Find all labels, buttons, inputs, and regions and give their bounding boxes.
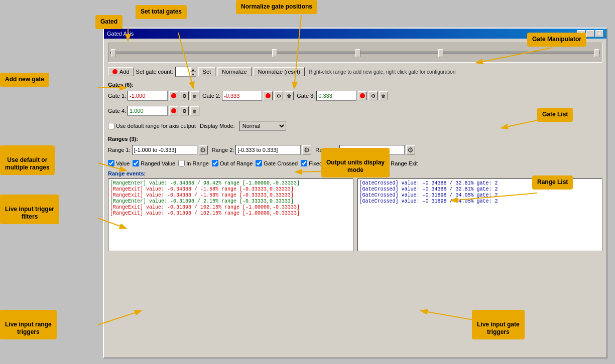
filter-out-of-range-checkbox[interactable] — [212, 160, 218, 166]
callout-output-units: Output units display mode — [321, 148, 390, 177]
range-2-input[interactable] — [235, 145, 301, 155]
gate-1-label: Gate 1: — [108, 93, 126, 99]
close-btn[interactable]: ✕ — [595, 30, 603, 37]
filter-ranged-value-text: Ranged Value — [141, 160, 175, 166]
gate-2-delete-btn[interactable]: 🗑 — [285, 91, 294, 100]
gate-3-settings-btn[interactable]: ⚙ — [368, 91, 378, 100]
gate-3-red-btn[interactable] — [358, 91, 367, 100]
gate-event-4: [GateCrossed] value: -0.31898 / 34.05% g… — [359, 199, 601, 204]
filter-value-text: Value — [116, 160, 130, 166]
callout-set-total-text: Set total gates — [141, 8, 182, 15]
range-3-add-btn[interactable]: ⚙ — [406, 145, 415, 154]
callout-output-units-text: Output units display mode — [326, 159, 385, 174]
range-event-3: [RangeExit] value: -0.34388 / -1.58% ran… — [110, 193, 351, 198]
callout-live-filters: Live input trigger filters — [0, 195, 59, 224]
callout-live-range-text: Live input range triggers — [5, 321, 52, 336]
use-default-range-checkbox[interactable] — [108, 123, 114, 129]
ranges-section-label: Ranges (3): — [108, 136, 602, 142]
gate-1-red-btn[interactable] — [169, 91, 178, 100]
normalize-reset-label: Normalize (reset) — [258, 69, 300, 75]
filter-in-range-text: In Range — [186, 160, 209, 166]
gate-4-input[interactable] — [128, 106, 168, 116]
gates-grid-2: Gate 4: ⚙ 🗑 — [108, 106, 602, 116]
filter-ranged-value[interactable]: Ranged Value — [133, 160, 175, 166]
filter-fixed-value-checkbox[interactable] — [301, 160, 307, 166]
callout-gate-list-text: Gate List — [542, 111, 568, 118]
toolbar-row: Add Set gate count: 6 ▲ ▼ Set Normalize … — [108, 67, 602, 77]
display-mode-label: Display Mode: — [200, 123, 235, 129]
gate-4-label: Gate 4: — [108, 108, 126, 114]
gate-3-red-icon — [360, 93, 365, 98]
filter-out-of-range[interactable]: Out of Range — [212, 160, 253, 166]
gate-3-delete-btn[interactable]: 🗑 — [379, 91, 388, 100]
filter-value[interactable]: Value — [108, 160, 130, 166]
gate-1-delete-btn[interactable]: 🗑 — [190, 91, 199, 100]
gate-2-label: Gate 2: — [202, 93, 220, 99]
add-button[interactable]: Add — [108, 67, 134, 76]
range-events-label: Range events: — [108, 170, 353, 176]
range-2-add-btn[interactable]: ⚙ — [302, 145, 311, 154]
range-item-1: Range 1: ⚙ — [108, 145, 208, 155]
gates-grid: Gate 1: ⚙ 🗑 Gate 2: ⚙ 🗑 Gate 3: ⚙ 🗑 — [108, 91, 602, 101]
slider-thumb-1[interactable] — [111, 49, 116, 57]
slider-thumb-5[interactable] — [594, 49, 599, 57]
gate-count-spinbox[interactable]: 6 ▲ ▼ — [175, 67, 196, 77]
gate-item-3: Gate 3: ⚙ 🗑 — [297, 91, 388, 101]
gate-3-label: Gate 3: — [297, 93, 315, 99]
callout-gate-list: Gate List — [537, 108, 573, 122]
add-label: Add — [119, 69, 130, 75]
range-event-1: [RangeEnter] value: -0.34388 / 98.42% ra… — [110, 180, 351, 186]
filter-ranged-value-checkbox[interactable] — [133, 160, 139, 166]
callout-normalize: Normalize gate positions — [236, 0, 317, 14]
gate-3-input[interactable] — [316, 91, 356, 101]
gate-events-list[interactable]: [GateCrossed] value: -0.34388 / 32.81% g… — [357, 178, 603, 251]
gates-section-label: Gates (6): — [108, 82, 602, 88]
normalize-label: Normalize — [222, 69, 247, 75]
filter-in-range-checkbox[interactable] — [178, 160, 185, 166]
filter-value-checkbox[interactable] — [108, 160, 114, 166]
range-events-list[interactable]: [RangeEnter] value: -0.34388 / 98.42% ra… — [108, 178, 353, 251]
gate-event-3: [GateCrossed] value: -0.31898 / 34.05% g… — [359, 193, 601, 198]
gate-count-input[interactable]: 6 — [175, 67, 190, 77]
display-mode-select[interactable]: Normal Out of Range Gate Crossed Gated — [239, 121, 286, 131]
slider-thumb-3[interactable] — [355, 49, 360, 57]
gate-slider-track[interactable] — [110, 52, 600, 54]
filter-gate-crossed[interactable]: Gate Crossed — [256, 160, 298, 166]
slider-thumb-4[interactable] — [438, 49, 443, 57]
use-default-range-text: Use default range for axis output — [116, 123, 196, 129]
slider-thumb-2[interactable] — [272, 49, 277, 57]
gate-1-input[interactable] — [128, 91, 168, 101]
filter-gate-crossed-text: Gate Crossed — [264, 160, 298, 166]
range-item-2: Range 2: ⚙ — [212, 145, 312, 155]
set-button[interactable]: Set — [198, 67, 216, 76]
range-1-label: Range 1: — [108, 147, 131, 153]
gate-item-1: Gate 1: ⚙ 🗑 — [108, 91, 199, 101]
callout-normalize-text: Normalize gate positions — [241, 3, 312, 10]
gate-2-input[interactable] — [222, 91, 262, 101]
normalize-button[interactable]: Normalize — [217, 67, 252, 76]
filter-gate-crossed-checkbox[interactable] — [256, 160, 262, 166]
filter-in-range[interactable]: In Range — [178, 160, 209, 166]
range-event-4: [RangeEnter] value: -0.31898 / 2.15% ran… — [110, 199, 351, 204]
gate-2-red-btn[interactable] — [264, 91, 273, 100]
gate-4-red-btn[interactable] — [169, 106, 178, 115]
range-event-5: [RangeExit] value: -0.31898 / 102.15% ra… — [110, 205, 351, 210]
set-gate-count-label: Set gate count: — [136, 69, 173, 75]
add-icon — [112, 69, 117, 74]
gate-1-settings-btn[interactable]: ⚙ — [180, 91, 189, 100]
range-1-add-btn[interactable]: ⚙ — [199, 145, 208, 154]
callout-range-list-text: Range List — [537, 178, 568, 186]
callout-live-gate-text: Live input gate triggers — [477, 321, 520, 336]
gate-2-red-icon — [266, 93, 271, 98]
gate-4-delete-btn[interactable]: 🗑 — [190, 106, 199, 115]
use-default-range-label[interactable]: Use default range for axis output — [108, 123, 196, 129]
range-event-6: [RangeExit] value: -0.31898 / 102.15% ra… — [110, 211, 351, 216]
spinbox-up[interactable]: ▲ — [190, 67, 196, 72]
gate-4-settings-btn[interactable]: ⚙ — [180, 106, 189, 115]
callout-gated-text: Gated — [100, 18, 117, 25]
range-1-input[interactable] — [132, 145, 197, 155]
spinbox-down[interactable]: ▼ — [190, 72, 196, 77]
callout-default-range-text: Use default or multiple ranges — [5, 156, 50, 171]
gate-2-settings-btn[interactable]: ⚙ — [274, 91, 283, 100]
normalize-reset-button[interactable]: Normalize (reset) — [254, 67, 305, 76]
